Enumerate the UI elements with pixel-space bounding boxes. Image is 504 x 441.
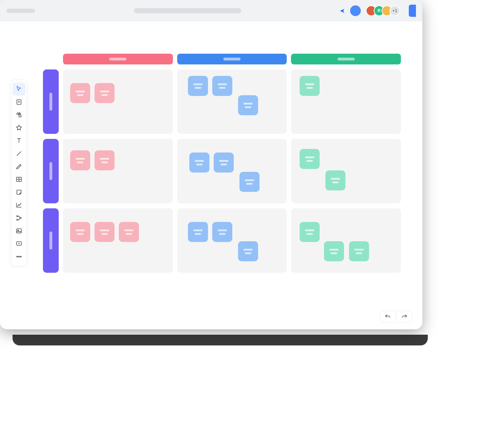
board-cell[interactable] (291, 139, 401, 203)
sticky-note[interactable] (94, 222, 115, 242)
sticky-note[interactable] (188, 76, 208, 96)
column-header-0[interactable] (63, 54, 173, 64)
sticky-note[interactable] (300, 76, 320, 96)
share-button[interactable] (409, 5, 416, 17)
board-rows (43, 69, 401, 273)
board-cell[interactable] (63, 139, 173, 203)
canvas[interactable]: Emily➤Daniele➤Tomas➤ (43, 54, 401, 278)
column-header-2[interactable] (291, 54, 401, 64)
board-cell[interactable] (291, 69, 401, 134)
toolbar (11, 79, 27, 266)
tool-text-icon[interactable] (13, 134, 25, 147)
sticky-note[interactable] (300, 222, 320, 242)
avatar-overflow[interactable]: +1 (389, 5, 400, 16)
sticky-note[interactable] (239, 172, 260, 192)
tool-note-icon[interactable] (13, 96, 25, 108)
tool-chart-icon[interactable] (13, 199, 25, 212)
column-headers (63, 54, 401, 64)
sticky-note[interactable] (325, 170, 345, 190)
sticky-note[interactable] (349, 241, 369, 261)
sticky-note[interactable] (70, 222, 90, 242)
sticky-note[interactable] (214, 152, 234, 173)
tool-select-icon[interactable] (13, 83, 25, 96)
redo-icon[interactable] (401, 314, 408, 320)
sticky-note[interactable] (189, 152, 209, 173)
title-placeholder (6, 9, 35, 13)
sticky-note[interactable] (94, 150, 115, 170)
tool-more-icon[interactable] (13, 250, 25, 263)
sticky-note[interactable] (119, 222, 139, 242)
column-header-1[interactable] (177, 54, 287, 64)
svg-point-19 (17, 256, 18, 257)
history-controls (380, 311, 412, 323)
svg-point-12 (16, 219, 18, 220)
row-header-2[interactable] (43, 208, 59, 273)
window-shadow (13, 335, 428, 345)
svg-point-3 (17, 113, 19, 115)
svg-rect-0 (17, 100, 21, 104)
sticky-note[interactable] (300, 149, 320, 169)
search-placeholder[interactable] (134, 8, 241, 13)
tool-star-icon[interactable] (13, 121, 25, 134)
sticky-note[interactable] (324, 241, 344, 261)
avatar-group: R +1 (369, 5, 400, 16)
sticky-note[interactable] (188, 222, 208, 242)
separator (396, 313, 396, 320)
board-cell[interactable] (63, 69, 173, 134)
svg-line-7 (17, 151, 21, 156)
svg-rect-4 (19, 115, 21, 117)
sticky-note[interactable] (212, 222, 232, 242)
svg-point-20 (19, 256, 20, 257)
pointer-icon: ➤ (340, 7, 345, 15)
board-cell[interactable] (63, 208, 173, 273)
board-row (43, 208, 401, 273)
board-row (43, 139, 401, 203)
sticky-note[interactable] (70, 150, 90, 170)
tool-image-icon[interactable] (13, 224, 25, 237)
tool-shapes-icon[interactable] (13, 108, 25, 121)
tool-mindmap-icon[interactable] (13, 212, 25, 224)
board-row (43, 69, 401, 134)
avatar-self[interactable] (350, 5, 361, 16)
sticky-note[interactable] (94, 83, 115, 103)
tool-comment-icon[interactable] (13, 237, 25, 250)
tool-line-icon[interactable] (13, 147, 25, 160)
sticky-note[interactable] (238, 95, 258, 115)
tool-sticky-icon[interactable] (13, 186, 25, 199)
tool-pencil-icon[interactable] (13, 160, 25, 173)
sticky-note[interactable] (238, 241, 258, 261)
board-cell[interactable] (177, 69, 287, 134)
undo-icon[interactable] (384, 314, 391, 320)
svg-point-11 (16, 215, 18, 217)
topbar: ➤ R +1 (0, 0, 422, 21)
tool-table-icon[interactable] (13, 173, 25, 186)
sticky-note[interactable] (70, 83, 90, 103)
row-header-1[interactable] (43, 139, 59, 203)
row-header-0[interactable] (43, 69, 59, 134)
sticky-note[interactable] (212, 76, 232, 96)
app-window: ➤ R +1 Emily➤Daniele➤Tomas➤ (0, 0, 422, 329)
board-cell[interactable] (291, 208, 401, 273)
board-cell[interactable] (177, 208, 287, 273)
svg-rect-14 (16, 229, 21, 233)
board-cell[interactable] (177, 139, 287, 203)
svg-point-21 (20, 256, 21, 257)
